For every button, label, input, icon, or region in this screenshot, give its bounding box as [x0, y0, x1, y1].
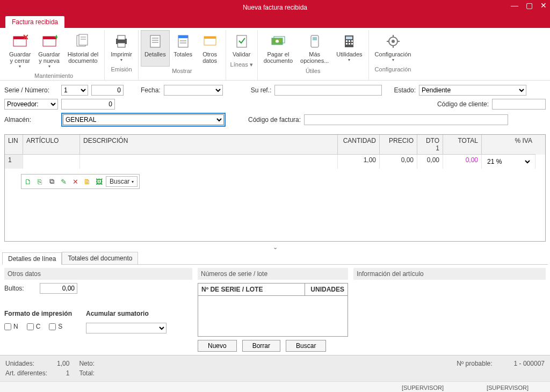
svg-point-26: [276, 40, 279, 43]
cell-cantidad[interactable]: 1,00: [338, 155, 380, 169]
image-line-icon[interactable]: 🖼: [94, 177, 104, 186]
svg-rect-29: [313, 37, 317, 40]
chk-n[interactable]: N: [4, 323, 18, 330]
serie-select[interactable]: 1: [61, 85, 88, 96]
svg-point-39: [392, 40, 395, 43]
header-form: Serie / Número: 1 Fecha: Su ref.: Estado…: [0, 81, 550, 132]
window-title: Nueva factura recibida: [243, 4, 307, 11]
chevron-down-icon: ▾: [19, 64, 21, 69]
col-descripcion[interactable]: DESCRIPCIÓN: [80, 135, 338, 155]
svg-rect-37: [351, 43, 353, 45]
validate-button[interactable]: Validar: [228, 30, 255, 60]
add-line-icon[interactable]: 🗋: [23, 177, 33, 186]
col-iva[interactable]: % IVA: [482, 135, 535, 155]
doc-history-button[interactable]: Historial del documento: [64, 30, 102, 71]
money-icon: [270, 33, 287, 50]
estado-label: Estado:: [394, 86, 416, 94]
almacen-select[interactable]: GENERAL: [63, 114, 224, 125]
col-articulo[interactable]: ARTÍCULO: [23, 135, 80, 155]
grid-search-button[interactable]: Buscar▾: [106, 176, 138, 187]
buscar-button[interactable]: Buscar: [286, 340, 326, 352]
svg-rect-12: [118, 35, 125, 40]
nuevo-button[interactable]: Nuevo: [198, 340, 237, 352]
col-cantidad[interactable]: CANTIDAD: [338, 135, 380, 155]
unidades-label: Unidades:: [5, 360, 47, 367]
chk-s[interactable]: S: [49, 323, 62, 330]
note-line-icon[interactable]: 🗎: [82, 177, 92, 186]
utilities-button[interactable]: Utilidades ▾: [332, 30, 366, 67]
delete-line-icon[interactable]: ✕: [70, 177, 80, 186]
copy-line-icon[interactable]: ⧉: [47, 177, 56, 186]
artdif-value: 1: [57, 369, 69, 377]
estado-select[interactable]: Pendiente: [419, 85, 526, 96]
save-new-button[interactable]: + Guardar y nueva ▾: [34, 30, 63, 71]
suref-input[interactable]: [274, 85, 382, 96]
col-serie-lote[interactable]: Nº DE SERIE / LOTE: [198, 284, 305, 295]
gear-icon: [385, 33, 402, 50]
details-button[interactable]: Detalles: [141, 30, 170, 67]
col-dto[interactable]: DTO 1: [417, 135, 443, 155]
cell-iva[interactable]: 21 %: [482, 155, 535, 169]
save-close-button[interactable]: Guardar y cerrar ▾: [5, 30, 34, 71]
chevron-down-icon: ▾: [120, 57, 122, 62]
close-icon[interactable]: ✕: [540, 1, 547, 10]
grid-toolbar: 🗋 ⎘ ⧉ ✎ ✕ 🗎 🖼 Buscar▾: [21, 174, 140, 189]
acumular-select[interactable]: [86, 323, 167, 333]
ribbon-tabstrip: Factura recibida: [0, 15, 550, 28]
expand-handle[interactable]: ⌄: [0, 244, 550, 251]
print-button[interactable]: Imprimir ▾: [107, 30, 136, 65]
svg-rect-35: [346, 43, 348, 45]
pay-document-button[interactable]: Pagar el documento: [260, 30, 296, 67]
footer-summary: Unidades: 1,00 Neto: Art. diferentes: 1 …: [0, 355, 550, 381]
svg-rect-32: [346, 40, 348, 42]
proveedor-input[interactable]: [61, 99, 115, 110]
config-button[interactable]: Configuración ▾: [371, 30, 415, 65]
bultos-input[interactable]: [40, 283, 77, 294]
numero-input[interactable]: [91, 85, 124, 96]
codfac-input[interactable]: [304, 114, 508, 125]
group-utiles: Útiles: [306, 68, 321, 74]
cell-dto[interactable]: 0,00: [417, 155, 443, 169]
cell-articulo[interactable]: [23, 155, 80, 169]
tab-factura-recibida[interactable]: Factura recibida: [5, 16, 64, 28]
totals-icon: [175, 33, 192, 50]
svg-rect-33: [349, 40, 350, 42]
codcli-label: Código de cliente:: [437, 100, 489, 108]
cell-descripcion[interactable]: [80, 155, 338, 169]
other-data-button[interactable]: Otros datos: [197, 30, 223, 67]
codfac-label: Código de factura:: [248, 116, 301, 124]
svg-rect-36: [349, 43, 350, 45]
col-total[interactable]: TOTAL: [443, 135, 482, 155]
cell-precio[interactable]: 0,00: [380, 155, 417, 169]
status-user-a: [SUPERVISOR]: [402, 384, 444, 391]
col-precio[interactable]: PRECIO: [380, 135, 417, 155]
edit-line-icon[interactable]: ✎: [59, 177, 68, 186]
insert-line-icon[interactable]: ⎘: [35, 177, 45, 186]
table-row[interactable]: 1 1,00 0,00 0,00 0,00 21 %: [5, 155, 545, 169]
borrar-button[interactable]: Borrar: [242, 340, 280, 352]
col-unidades[interactable]: UNIDADES: [305, 284, 348, 295]
cell-total: 0,00: [443, 155, 482, 169]
print-icon: [113, 33, 130, 50]
status-user-b: [SUPERVISOR]: [487, 384, 529, 391]
totals-button[interactable]: Totales: [170, 30, 197, 67]
ribbon: Guardar y cerrar ▾ + Guardar y nueva ▾ H…: [0, 28, 550, 81]
fecha-input[interactable]: [164, 85, 223, 96]
tab-detalles-linea[interactable]: Detalles de línea: [2, 252, 62, 265]
save-new-icon: +: [41, 33, 58, 50]
svg-rect-34: [351, 40, 353, 42]
details-icon: [147, 33, 164, 50]
group-lineas: Líneas ▾: [230, 61, 253, 68]
col-lin[interactable]: LIN: [5, 135, 23, 155]
chevron-down-icon: ▾: [348, 57, 350, 62]
serie-lote-grid: Nº DE SERIE / LOTE UNIDADES: [198, 283, 348, 337]
acumular-title: Acumular sumatorio: [86, 308, 167, 320]
tab-totales-documento[interactable]: Totales del documento: [62, 252, 138, 264]
group-emision: Emisión: [111, 66, 132, 72]
more-options-button[interactable]: Más opciones...: [296, 30, 332, 67]
codcli-input[interactable]: [492, 99, 546, 110]
minimize-icon[interactable]: —: [511, 1, 518, 10]
maximize-icon[interactable]: ▢: [526, 1, 533, 10]
chk-c[interactable]: C: [27, 323, 41, 330]
proveedor-label-select[interactable]: Proveedor:: [4, 99, 58, 110]
